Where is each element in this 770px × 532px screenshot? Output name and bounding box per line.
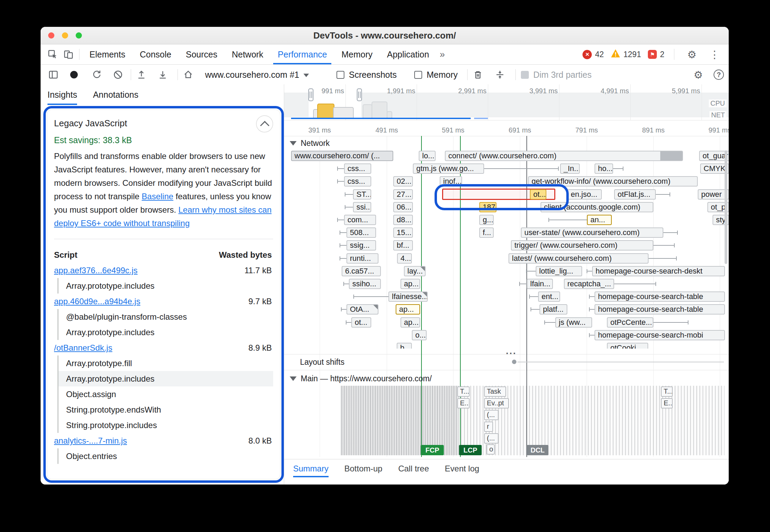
network-request[interactable]: otFlat.js...	[614, 189, 656, 200]
details-tab-bottom-up[interactable]: Bottom-up	[344, 464, 383, 477]
network-request[interactable]: client (accounts.google.com)	[541, 202, 653, 212]
network-request[interactable]: 27...	[393, 189, 413, 200]
network-request[interactable]: lottie_lig...	[536, 266, 582, 276]
network-request[interactable]: power	[698, 189, 729, 200]
close-window-button[interactable]	[48, 32, 54, 39]
network-request[interactable]: get-workflow-info/ (www.coursehero.com)	[528, 176, 698, 187]
network-request[interactable]: d8...	[393, 215, 413, 225]
tab-sources[interactable]: Sources	[179, 44, 225, 64]
flame-event[interactable]: (...	[484, 410, 499, 420]
network-request[interactable]: www.coursehero.com/ (...	[291, 151, 393, 161]
network-request[interactable]: bf...	[393, 240, 413, 251]
network-request[interactable]: 508...	[346, 227, 376, 238]
selection-handle-right[interactable]	[357, 88, 362, 101]
flame-event[interactable]: T...	[457, 386, 470, 397]
network-request[interactable]: ot...	[351, 317, 371, 328]
more-options-icon[interactable]: ⋮	[707, 46, 723, 62]
network-request[interactable]: inof...	[440, 176, 462, 187]
details-tab-call-tree[interactable]: Call tree	[398, 464, 429, 477]
home-icon[interactable]	[183, 67, 193, 83]
marker-badge-fcp[interactable]: FCP	[421, 445, 444, 455]
network-request[interactable]: f...	[479, 227, 494, 238]
script-link[interactable]: /otBannerSdk.js	[54, 343, 112, 353]
network-request[interactable]: platf...	[539, 304, 567, 315]
tab-memory[interactable]: Memory	[334, 44, 379, 64]
tab-application[interactable]: Application	[380, 44, 436, 64]
dim-third-parties-checkbox[interactable]: Dim 3rd parties	[521, 67, 592, 83]
tab-network[interactable]: Network	[225, 44, 271, 64]
network-request[interactable]: css...	[344, 163, 371, 174]
reload-and-record-icon[interactable]	[92, 67, 102, 83]
clear-recording-icon[interactable]	[113, 67, 123, 83]
network-track-header[interactable]: Network	[290, 139, 330, 148]
sidebar-tab-annotations[interactable]: Annotations	[93, 84, 138, 105]
network-request[interactable]: ssiho...	[349, 279, 381, 289]
network-request[interactable]: com...	[344, 215, 376, 225]
details-tab-event-log[interactable]: Event log	[445, 464, 479, 477]
network-request[interactable]: latest/ (www.coursehero.com)	[509, 253, 649, 264]
zoom-window-button[interactable]	[76, 32, 82, 39]
flame-event[interactable]: (...	[484, 433, 499, 444]
flame-event[interactable]: E...	[457, 398, 470, 408]
screenshots-checkbox[interactable]: Screenshots	[336, 67, 397, 83]
network-request[interactable]: ap...	[400, 317, 420, 328]
error-badge[interactable]: × 42	[582, 50, 604, 59]
load-profile-icon[interactable]	[136, 67, 147, 83]
network-request[interactable]: ho...	[595, 163, 613, 174]
flame-event[interactable]: Ev..pt	[484, 398, 509, 408]
network-request[interactable]: ot...	[530, 189, 546, 200]
network-request[interactable]: ap...	[400, 279, 420, 289]
tab-console[interactable]: Console	[132, 44, 179, 64]
network-request[interactable]: b...	[397, 343, 412, 349]
network-request[interactable]: ent...	[538, 291, 560, 302]
network-request[interactable]: _In...	[560, 163, 580, 174]
script-link[interactable]: analytics-....7-min.js	[54, 436, 127, 446]
network-request[interactable]: homepage-course-search-mobi	[595, 330, 725, 340]
network-request[interactable]: connect/ (www.coursehero.com)	[445, 151, 683, 161]
network-scrollbar[interactable]	[725, 150, 727, 264]
flame-event[interactable]: o	[486, 444, 495, 455]
details-tab-summary[interactable]: Summary	[293, 464, 329, 477]
network-request[interactable]: homepage-course-search-table	[595, 291, 725, 302]
network-request[interactable]: an...	[587, 215, 612, 225]
network-request[interactable]: o...	[412, 330, 427, 340]
network-request[interactable]: ssi...	[353, 202, 371, 212]
network-request[interactable]: lfain...	[527, 279, 553, 289]
network-request[interactable]: trigger/ (www.coursehero.com)	[511, 240, 653, 251]
selection-handle-left[interactable]	[308, 88, 313, 101]
network-request[interactable]: recaptcha_...	[564, 279, 614, 289]
network-request[interactable]: OtA...	[346, 304, 378, 315]
network-request[interactable]: ssig...	[346, 240, 376, 251]
network-request[interactable]: ST...	[353, 189, 371, 200]
script-link[interactable]: app.460d9e...a94b4e.js	[54, 297, 140, 306]
main-thread-track-header[interactable]: Main — https://www.coursehero.com/	[290, 374, 432, 383]
network-request[interactable]: en.jso...	[567, 189, 602, 200]
sidebar-tab-insights[interactable]: Insights	[47, 84, 77, 105]
network-request[interactable]: lo...	[419, 151, 436, 161]
device-toolbar-icon[interactable]	[61, 46, 76, 62]
warning-badge[interactable]: 1291	[611, 49, 641, 60]
network-request[interactable]: 15...	[393, 227, 413, 238]
tab-elements[interactable]: Elements	[82, 44, 132, 64]
history-dropdown[interactable]: www.coursehero.com #1	[205, 67, 309, 83]
network-request[interactable]: runti...	[346, 253, 378, 264]
collapse-insight-button[interactable]	[256, 115, 273, 132]
collapse-sections-icon[interactable]	[495, 67, 505, 83]
network-request[interactable]: lfainesse...	[388, 291, 428, 302]
toggle-sidebar-icon[interactable]	[48, 67, 58, 83]
tab-performance[interactable]: Performance	[270, 44, 334, 64]
network-request[interactable]: js (ww...	[555, 317, 592, 328]
timeline-overview[interactable]: CPU NET 991 ms1,991 ms2,991 ms3,991 ms4,…	[284, 84, 729, 120]
legacy-javascript-insight-card[interactable]: Legacy JavaScript Est savings: 38.3 kB P…	[47, 109, 280, 479]
insight-link[interactable]: Baseline	[142, 192, 173, 201]
network-request[interactable]: css...	[344, 176, 371, 187]
flame-event[interactable]: T...	[661, 386, 673, 397]
network-overflow-indicator[interactable]: ...	[492, 346, 530, 357]
network-request[interactable]: otCooki...	[607, 343, 648, 349]
layout-shifts-track-label[interactable]: Layout shifts	[300, 358, 344, 367]
flame-event[interactable]: Task	[484, 386, 506, 397]
network-request[interactable]: g...	[479, 215, 494, 225]
record-button[interactable]	[70, 67, 78, 83]
network-request[interactable]: otPcCente...	[607, 317, 653, 328]
flame-event[interactable]: r	[484, 422, 493, 432]
